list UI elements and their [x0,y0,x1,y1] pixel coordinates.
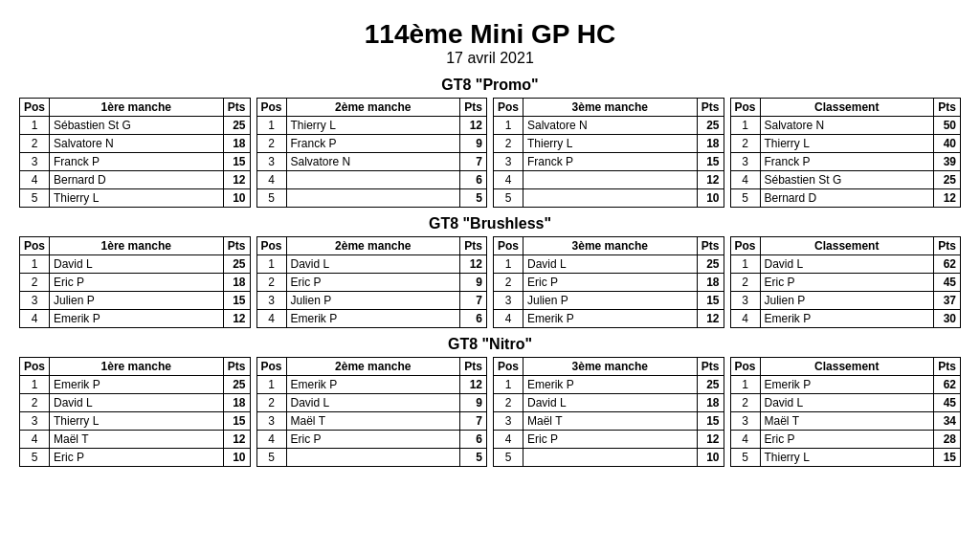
cell-pts: 15 [223,153,250,171]
cell-pos: 1 [730,117,760,135]
cell-pts: 5 [460,449,487,467]
col-header: 2ème manche [286,358,459,376]
table-row: 1Emerik P25 [20,376,251,394]
cell-pts: 7 [460,153,487,171]
cell-pts: 15 [934,449,961,467]
cell-name: Emerik P [50,310,223,328]
col-header: Pts [223,358,250,376]
cell-pts: 25 [223,255,250,274]
cell-pts: 30 [934,310,961,328]
table-nitro-2: Pos3ème manchePts1Emerik P252David L183M… [493,357,724,467]
table-row: 3Franck P15 [20,153,251,171]
cell-pos: 3 [20,153,50,171]
table-row: 4Sébastien St G25 [730,171,961,189]
cell-pts: 28 [934,431,961,449]
page-date: 17 avril 2021 [19,50,961,67]
table-row: 1David L25 [494,255,724,274]
cell-name: Salvatore N [286,153,459,171]
cell-pts: 40 [934,135,961,153]
cell-name: Thierry L [760,135,933,153]
cell-pos: 1 [20,117,50,135]
table-row: 3Maël T7 [256,412,487,431]
cell-name: Bernard D [50,171,223,189]
cell-pos: 4 [494,310,523,328]
cell-pts: 12 [697,171,724,189]
cell-pts: 12 [460,117,487,135]
cell-name: Franck P [50,153,223,171]
table-row: 2David L18 [20,394,251,412]
table-row: 3Thierry L15 [20,412,251,431]
cell-pts: 39 [934,153,961,171]
cell-pos: 2 [256,274,286,292]
cell-pos: 2 [20,135,50,153]
col-header: Pts [460,99,487,117]
table-row: 1David L25 [20,255,251,274]
cell-name: David L [50,394,223,412]
col-header: Classement [760,99,933,117]
table-row: 2Eric P18 [20,274,251,292]
col-header: Pts [934,99,961,117]
cell-pts: 10 [223,449,250,467]
cell-pts: 25 [223,376,250,394]
cell-pts: 62 [934,376,961,394]
cell-pos: 3 [494,153,523,171]
cell-pts: 12 [697,431,724,449]
col-header: Classement [760,237,933,255]
cell-pos: 4 [256,171,286,189]
col-header: 3ème manche [523,237,697,255]
table-row: 4Eric P28 [730,431,961,449]
cell-pts: 9 [460,135,487,153]
cell-name: Maël T [523,412,697,431]
cell-pts: 50 [934,117,961,135]
table-row: 1Salvatore N50 [730,117,961,135]
col-header: Pos [730,99,760,117]
cell-name: Julien P [50,292,223,310]
cell-pts: 37 [934,292,961,310]
table-row: 1Emerik P25 [494,376,724,394]
cell-pts: 12 [460,376,487,394]
table-row: 2Eric P18 [494,274,724,292]
table-row: 4Emerik P12 [20,310,251,328]
cell-name: Maël T [50,431,223,449]
cell-name: David L [286,255,459,274]
cell-pos: 1 [494,117,523,135]
cell-name: Maël T [286,412,459,431]
cell-pos: 1 [494,376,523,394]
cell-pos: 3 [494,292,523,310]
section-nitro: GT8 "Nitro"Pos1ère manchePts1Emerik P252… [19,336,961,467]
cell-pts: 7 [460,412,487,431]
cell-pos: 1 [730,376,760,394]
cell-pos: 1 [256,117,286,135]
cell-name: Emerik P [50,376,223,394]
cell-pos: 3 [256,292,286,310]
table-row: 2Thierry L40 [730,135,961,153]
section-promo: GT8 "Promo"Pos1ère manchePts1Sébastien S… [19,77,961,208]
cell-name: Thierry L [760,449,933,467]
cell-pos: 1 [256,376,286,394]
cell-pos: 1 [730,255,760,274]
tables-row-nitro: Pos1ère manchePts1Emerik P252David L183T… [19,357,961,467]
cell-pos: 5 [494,189,523,208]
table-row: 4Eric P12 [494,431,724,449]
col-header: Pos [730,358,760,376]
table-row: 2Salvatore N18 [20,135,251,153]
cell-name: Eric P [286,431,459,449]
table-row: 1Thierry L12 [256,117,487,135]
cell-pos: 4 [256,310,286,328]
cell-name: David L [523,394,697,412]
col-header: 1ère manche [50,99,223,117]
col-header: 3ème manche [523,99,697,117]
cell-pos: 4 [20,431,50,449]
col-header: Pos [256,237,286,255]
cell-pos: 3 [256,153,286,171]
cell-pts: 18 [697,135,724,153]
table-row: 3Julien P7 [256,292,487,310]
table-row: 2David L18 [494,394,724,412]
cell-pos: 2 [730,135,760,153]
table-row: 3Julien P15 [494,292,724,310]
table-row: 5Eric P10 [20,449,251,467]
cell-pos: 3 [20,412,50,431]
cell-pts: 18 [697,394,724,412]
cell-name: Eric P [286,274,459,292]
table-row: 510 [494,189,724,208]
